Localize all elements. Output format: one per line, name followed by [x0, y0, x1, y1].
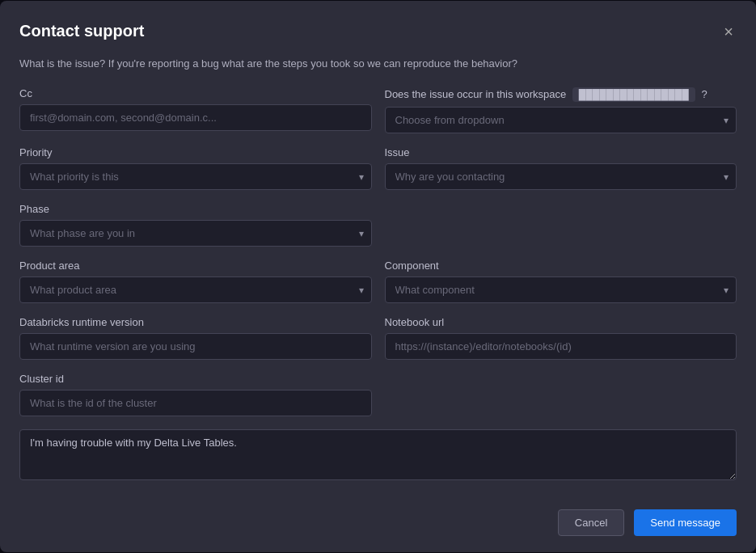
notebook-url-label: Notebook url	[385, 316, 737, 328]
cluster-id-field-group: Cluster id	[19, 373, 372, 416]
product-area-select[interactable]: What product area	[19, 276, 372, 303]
message-textarea[interactable]	[19, 429, 737, 480]
component-field-group: Component What component ▾	[385, 260, 737, 303]
workspace-badge: ████████████████	[572, 87, 695, 102]
notebook-url-input[interactable]	[385, 333, 737, 360]
modal-header: Contact support ×	[19, 20, 737, 43]
workspace-field-group: Does the issue occur in this workspace █…	[385, 87, 737, 133]
message-field-group	[19, 429, 737, 483]
cc-input[interactable]	[19, 104, 372, 131]
contact-support-modal: Contact support × What is the issue? If …	[0, 1, 756, 553]
issue-label: Issue	[385, 146, 737, 158]
cancel-button[interactable]: Cancel	[558, 509, 624, 536]
product-area-field-group: Product area What product area ▾	[19, 260, 372, 303]
component-select-wrapper: What component ▾	[385, 276, 737, 303]
databricks-runtime-label: Databricks runtime version	[19, 316, 372, 328]
close-button[interactable]: ×	[720, 20, 737, 43]
issue-field-group: Issue Why are you contacting ▾	[385, 146, 737, 190]
row-product-component: Product area What product area ▾ Compone…	[19, 260, 737, 303]
modal-description: What is the issue? If you're reporting a…	[19, 56, 737, 72]
row-priority-issue: Priority What priority is this ▾ Issue W…	[19, 146, 737, 190]
modal-footer: Cancel Send message	[19, 500, 737, 536]
cc-field-group: Cc	[19, 87, 372, 133]
workspace-label-suffix: ?	[702, 88, 707, 100]
workspace-label-prefix: Does the issue occur in this workspace	[385, 88, 567, 100]
cc-label: Cc	[19, 87, 372, 99]
issue-select-wrapper: Why are you contacting ▾	[385, 163, 737, 190]
row-cluster-id: Cluster id	[19, 373, 737, 416]
phase-field-group: Phase What phase are you in ▾	[19, 203, 372, 247]
component-label: Component	[385, 260, 737, 272]
phase-select-wrapper: What phase are you in ▾	[19, 220, 372, 247]
row-runtime-notebook: Databricks runtime version Notebook url	[19, 316, 737, 360]
cluster-id-input[interactable]	[19, 390, 372, 416]
modal-overlay: Contact support × What is the issue? If …	[0, 0, 756, 553]
priority-field-group: Priority What priority is this ▾	[19, 146, 372, 190]
workspace-label: Does the issue occur in this workspace █…	[385, 87, 737, 102]
issue-select[interactable]: Why are you contacting	[385, 163, 737, 190]
product-area-label: Product area	[19, 260, 372, 272]
workspace-select-wrapper: Choose from dropdown ▾	[385, 107, 737, 133]
notebook-url-field-group: Notebook url	[385, 316, 737, 360]
row-message	[19, 429, 737, 483]
databricks-runtime-input[interactable]	[19, 333, 372, 360]
component-select[interactable]: What component	[385, 276, 737, 303]
cluster-id-label: Cluster id	[19, 373, 372, 385]
row-phase: Phase What phase are you in ▾	[19, 203, 737, 247]
modal-title: Contact support	[19, 22, 144, 40]
phase-select[interactable]: What phase are you in	[19, 220, 372, 247]
phase-label: Phase	[19, 203, 372, 215]
workspace-select[interactable]: Choose from dropdown	[385, 107, 737, 133]
product-area-select-wrapper: What product area ▾	[19, 276, 372, 303]
databricks-runtime-field-group: Databricks runtime version	[19, 316, 372, 360]
priority-select-wrapper: What priority is this ▾	[19, 163, 372, 190]
row-cc-workspace: Cc Does the issue occur in this workspac…	[19, 87, 737, 133]
priority-label: Priority	[19, 146, 372, 158]
priority-select[interactable]: What priority is this	[19, 163, 372, 190]
send-message-button[interactable]: Send message	[634, 509, 737, 536]
